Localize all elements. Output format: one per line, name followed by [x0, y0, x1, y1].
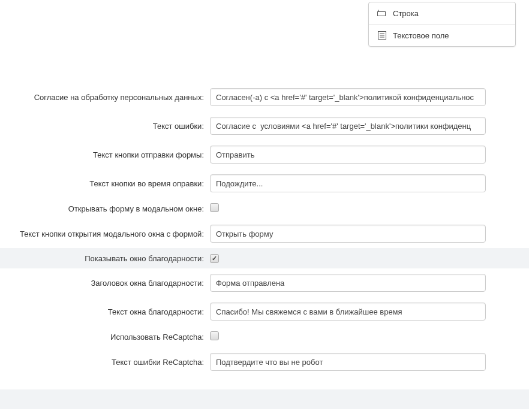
- svg-rect-0: [378, 12, 386, 16]
- label-open-modal: Открывать форму в модальном окне:: [0, 204, 210, 213]
- input-submit-button[interactable]: [210, 146, 486, 164]
- label-use-recaptcha: Использовать ReCaptcha:: [0, 333, 210, 342]
- dropdown-item-textarea[interactable]: Текстовое поле: [369, 25, 515, 46]
- checkbox-show-thanks[interactable]: [210, 254, 219, 263]
- row-recaptcha-error: Текст ошибки ReCaptcha:: [0, 348, 529, 376]
- row-thanks-text: Текст окна благодарности:: [0, 297, 529, 326]
- row-thanks-title: Заголовок окна благодарности:: [0, 268, 529, 297]
- checkbox-open-modal[interactable]: [210, 203, 219, 212]
- settings-form: Согласие на обработку персональных данны…: [0, 83, 529, 388]
- row-submit-button: Текст кнопки отправки формы:: [0, 140, 529, 169]
- input-thanks-title[interactable]: [210, 274, 486, 292]
- row-show-thanks: Показывать окно благодарности:: [0, 248, 529, 268]
- row-sending-button: Текст кнопки во время оправки:: [0, 169, 529, 198]
- label-thanks-text: Текст окна благодарности:: [0, 307, 210, 316]
- input-error-text[interactable]: [210, 117, 486, 135]
- dropdown-item-label: Строка: [393, 9, 419, 18]
- dropdown-item-label: Текстовое поле: [393, 31, 449, 40]
- row-use-recaptcha: Использовать ReCaptcha:: [0, 326, 529, 348]
- input-recaptcha-error[interactable]: [210, 353, 486, 371]
- input-consent[interactable]: [210, 88, 486, 106]
- checkbox-use-recaptcha[interactable]: [210, 331, 219, 340]
- row-modal-button-text: Текст кнопки открытия модального окна с …: [0, 219, 529, 248]
- string-field-icon: [377, 8, 387, 18]
- label-show-thanks: Показывать окно благодарности:: [0, 254, 210, 263]
- label-modal-button-text: Текст кнопки открытия модального окна с …: [0, 229, 210, 238]
- footer-bar: [0, 389, 529, 409]
- row-open-modal: Открывать форму в модальном окне:: [0, 198, 529, 219]
- label-thanks-title: Заголовок окна благодарности:: [0, 279, 210, 288]
- label-error-text: Текст ошибки:: [0, 122, 210, 131]
- label-recaptcha-error: Текст ошибки ReCaptcha:: [0, 358, 210, 367]
- row-consent: Согласие на обработку персональных данны…: [0, 83, 529, 111]
- input-modal-button-text[interactable]: [210, 225, 486, 243]
- row-error-text: Текст ошибки:: [0, 111, 529, 140]
- label-sending-button: Текст кнопки во время оправки:: [0, 179, 210, 188]
- label-consent: Согласие на обработку персональных данны…: [0, 93, 210, 102]
- input-thanks-text[interactable]: [210, 303, 486, 321]
- input-sending-button[interactable]: [210, 174, 486, 192]
- dropdown-item-string[interactable]: Строка: [369, 2, 515, 25]
- label-submit-button: Текст кнопки отправки формы:: [0, 150, 210, 159]
- textarea-field-icon: [377, 31, 387, 40]
- field-type-dropdown: Строка Текстовое поле: [368, 2, 516, 47]
